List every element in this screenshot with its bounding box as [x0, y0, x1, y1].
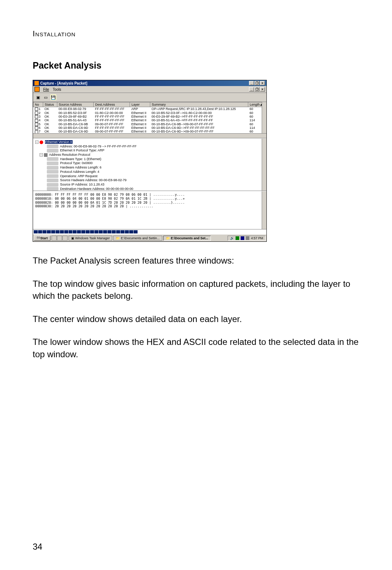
titlebar: Capture - [Analysis Packet] _ ❐ ×	[33, 80, 266, 86]
tree-leaf[interactable]: Source Hadware Address: 00-00-E8-98-02-7…	[35, 178, 264, 183]
horizontal-scrollbar[interactable]	[33, 133, 266, 138]
tree-arp-label: Address Resolution Protocol	[49, 153, 90, 156]
close-button[interactable]: ×	[260, 81, 265, 85]
detail-tree-pane[interactable]: − Ethernet Version II Address: 00-00-E8-…	[33, 138, 266, 191]
tree-leaf[interactable]: Protocol Type: 0x0800	[35, 161, 264, 166]
row-checkbox[interactable]	[35, 111, 38, 115]
node-icon	[44, 153, 48, 157]
hex-pane[interactable]: 00000000: FF FF FF FF FF FF 00 00 E8 98 …	[33, 191, 266, 229]
quick-launch[interactable]	[52, 236, 68, 241]
taskbar-item[interactable]: 📁 E:\Documents and Settin...	[113, 236, 162, 241]
collapse-icon[interactable]: −	[35, 141, 38, 144]
col-summary[interactable]: Summary	[150, 102, 248, 107]
section-title: Packet Analysis	[33, 60, 359, 71]
row-checkbox[interactable]	[35, 123, 38, 126]
row-checkbox[interactable]	[35, 115, 38, 118]
packet-table[interactable]: No Status Source Address Dest.Address La…	[33, 102, 266, 134]
hex-line: 00000010: 08 00 06 04 00 01 00 00 E8 98 …	[35, 197, 264, 201]
tray-icon[interactable]	[246, 236, 249, 240]
tree-leaf[interactable]: Address: 00-00-E8-98-02-79 --> FF-FF-FF-…	[35, 144, 264, 149]
col-src[interactable]: Source Address	[57, 102, 94, 107]
leaf-icon	[47, 149, 58, 152]
ql-icon[interactable]	[52, 236, 57, 241]
mdi-close-button[interactable]: ×	[260, 87, 265, 91]
row-checkbox[interactable]	[35, 119, 38, 122]
tree-leaf[interactable]: Protocol Address Length: 4	[35, 170, 264, 174]
ql-icon[interactable]	[57, 236, 62, 241]
system-tray[interactable]: 🔊 4:57 PM	[228, 236, 266, 241]
vertical-scrollbar[interactable]	[262, 139, 266, 191]
table-row[interactable]: 6 OK00-10-B5-DA-C6-9DFF-FF-FF-FF-FF-FFEt…	[33, 126, 266, 130]
packet-table-pane: No Status Source Address Dest.Address La…	[33, 102, 266, 138]
tray-volume-icon[interactable]: 🔊	[230, 236, 234, 240]
toolbar-save-icon[interactable]: 💾	[50, 94, 57, 101]
table-row[interactable]: 5 OK00-10-B5-DA-C6-9B09-00-07-FF-FF-FFEt…	[33, 122, 266, 126]
row-checkbox[interactable]	[35, 107, 38, 111]
vertical-scrollbar[interactable]	[262, 191, 266, 229]
maximize-button[interactable]: ❐	[254, 81, 260, 85]
body-text: The Packet Analysis screen features thre…	[33, 255, 359, 361]
hex-line: 00000020: 00 00 00 00 00 00 0A 01 1C 7D …	[35, 201, 264, 205]
menu-tools[interactable]: Tools	[53, 87, 61, 91]
taskbar: 🏁Start ▣ Windows Task Manager 📁 E:\Docum…	[33, 234, 266, 241]
table-row[interactable]: 4 OK00-10-B5-51-6A-43FF-FF-FF-FF-FF-FFEt…	[33, 118, 266, 122]
hex-line: 00000030: 20 20 20 20 20 20 20 20 20 20 …	[35, 204, 264, 208]
paragraph: The center window shows detailed data on…	[33, 313, 359, 325]
hex-line: 00000000: FF FF FF FF FF FF 00 00 E8 98 …	[35, 193, 264, 197]
page-header: Installation	[33, 29, 359, 38]
menu-app-icon	[34, 87, 40, 92]
tree-leaf[interactable]: Hardware Address Length: 6	[35, 166, 264, 170]
leaf-icon	[47, 157, 58, 161]
leaf-icon	[47, 183, 58, 187]
window-title: Capture - [Analysis Packet]	[40, 81, 87, 85]
table-row[interactable]: 3 OK00-E0-29-8F-69-B2FF-FF-FF-FF-FF-FFEt…	[33, 115, 266, 118]
leaf-icon	[47, 144, 58, 148]
leaf-icon	[47, 179, 58, 182]
progress-fill	[33, 229, 138, 234]
taskbar-item[interactable]: ▣ Windows Task Manager	[69, 236, 113, 241]
node-icon	[40, 141, 43, 144]
start-button[interactable]: 🏁Start	[34, 236, 50, 241]
window-controls: _ ❐ ×	[249, 81, 265, 85]
taskbar-item-active[interactable]: 📁 E:\Documents and Set...	[163, 236, 211, 241]
col-status[interactable]: Status	[43, 102, 57, 107]
table-row[interactable]: 1 OK00-00-E8-98-02-79FF-FF-FF-FF-FF-FFAR…	[33, 107, 266, 111]
page-number: 34	[33, 542, 42, 552]
tray-net-icon[interactable]	[236, 236, 239, 240]
leaf-icon	[47, 187, 58, 191]
leaf-icon	[47, 170, 58, 174]
leaf-icon	[47, 174, 58, 178]
minimize-button[interactable]: _	[249, 81, 254, 85]
screenshot-container: Capture - [Analysis Packet] _ ❐ × File T…	[33, 80, 267, 242]
vertical-scrollbar[interactable]	[262, 102, 266, 138]
leaf-icon	[47, 162, 58, 165]
tree-leaf[interactable]: Ethernet II Portocol Type: ARP	[35, 148, 264, 153]
tray-icon[interactable]	[241, 236, 244, 240]
tree-leaf[interactable]: Hardware Type: 1 (Ethernet)	[35, 157, 264, 162]
menu-file[interactable]: File	[43, 87, 49, 91]
mdi-maximize-button[interactable]: ❐	[254, 87, 260, 91]
paragraph: The lower window shows the HEX and ASCII…	[33, 336, 359, 360]
table-header-row: No Status Source Address Dest.Address La…	[33, 102, 266, 107]
col-no[interactable]: No	[33, 102, 43, 107]
collapse-icon[interactable]: −	[40, 153, 43, 156]
progress-bar	[33, 229, 266, 234]
mdi-minimize-button[interactable]: _	[249, 87, 254, 91]
tree-root-arp[interactable]: − Address Resolution Protocol	[35, 153, 264, 157]
tree-leaf[interactable]: Destination Hardware Address: 00-00-00-0…	[35, 187, 264, 191]
ql-icon[interactable]	[62, 236, 68, 241]
toolbar-btn-1[interactable]: ▣	[35, 94, 41, 101]
col-dest[interactable]: Dest.Address	[94, 102, 130, 107]
tree-root-ethernet[interactable]: − Ethernet Version II	[35, 140, 264, 144]
table-row[interactable]: 2 OK00-10-B5-52-D3-0F01-80-C2-00-00-00Et…	[33, 111, 266, 115]
tree-leaf[interactable]: Operations: ARP Request	[35, 174, 264, 179]
col-layer[interactable]: Layer	[130, 102, 150, 107]
menubar: File Tools _ ❐ ×	[33, 86, 266, 93]
tree-leaf[interactable]: Source IP Address: 10.1.28.43	[35, 183, 264, 187]
tree-root-label: Ethernet Version II	[45, 140, 73, 144]
clock[interactable]: 4:57 PM	[251, 236, 263, 240]
toolbar: ▣ ▭ 💾	[33, 93, 266, 102]
row-checkbox[interactable]	[35, 126, 38, 130]
toolbar-btn-2[interactable]: ▭	[42, 94, 49, 101]
mdi-controls: _ ❐ ×	[249, 87, 265, 91]
